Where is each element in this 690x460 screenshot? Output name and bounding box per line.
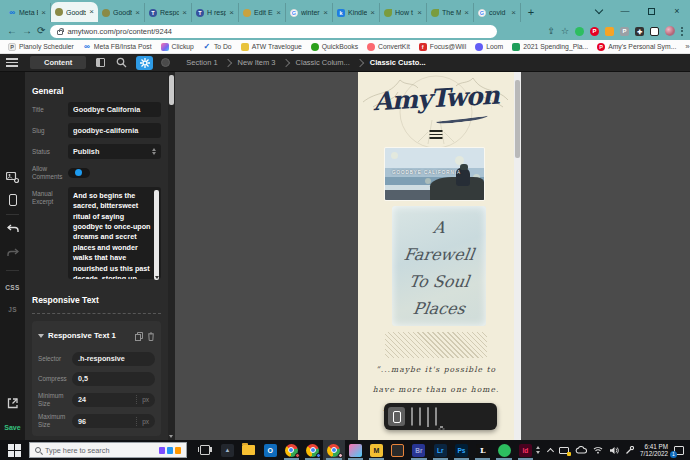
onedrive-cloud-icon[interactable] [575,446,587,454]
undo-icon[interactable] [0,224,25,233]
taskbar-outlook[interactable]: O [260,440,281,460]
content-button[interactable]: Content [30,56,86,69]
css-editor-button[interactable]: CSS [0,284,25,291]
min-size-input[interactable]: 24px [72,393,155,407]
device-phone-button[interactable] [388,407,405,426]
panel-scrollbar[interactable] [168,72,175,440]
bookmark-item[interactable]: ATW Travelogue [241,43,302,51]
hidden-icons-chevron[interactable] [547,447,554,454]
breadcrumb-current[interactable]: Classic Custo... [370,58,426,67]
taskbar-file-explorer[interactable] [238,440,259,460]
allow-comments-toggle[interactable] [68,168,90,178]
minimize-button[interactable]: — [612,0,638,22]
reload-icon[interactable]: ⟳ [37,26,45,36]
collapse-caret-icon[interactable] [38,334,44,338]
taskbar-lightroom[interactable]: Lr [430,440,451,460]
taskbar-clock[interactable]: 6:41 PM 7/12/2022 [640,443,668,458]
browser-tab[interactable]: G covid × [474,3,521,22]
bookmark-item[interactable]: ∞Meta FB/Insta Post [83,43,152,51]
breadcrumb-item[interactable]: New Item 3 [238,58,276,67]
taskbar-app-photo[interactable]: ▲ [217,440,238,460]
taskbar-app-m[interactable]: M [366,440,387,460]
volume-icon[interactable] [609,446,619,455]
pen-tool-tray-icon[interactable] [625,446,634,455]
share-icon[interactable]: ⇪ [547,27,555,36]
app-menu-icon[interactable] [6,58,18,67]
tab-search-icon[interactable] [586,0,612,22]
bookmark-item[interactable]: Loom [475,43,503,51]
media-settings-icon[interactable] [0,172,25,183]
selector-input[interactable]: .h-responsive [72,352,155,366]
slug-input[interactable] [68,123,161,138]
breadcrumb-column[interactable]: Classic Colum... [296,58,350,67]
back-icon[interactable]: ← [7,26,17,36]
delete-trash-icon[interactable] [147,327,155,345]
compress-input[interactable]: 0,5 [72,372,155,386]
bookmark-item[interactable]: fFocus@Will [419,43,466,51]
device-desktop-button[interactable] [435,408,437,426]
taskbar-chrome-1[interactable] [281,440,302,460]
scroll-down-icon[interactable] [169,435,173,438]
tab-close-icon[interactable]: × [464,9,469,17]
tab-close-icon[interactable]: × [323,9,328,17]
browser-tab[interactable]: G winter × [286,3,333,22]
inactive-gear-icon[interactable] [161,58,170,67]
tab-close-icon[interactable]: × [511,9,516,17]
bookmark-item[interactable]: PAmy's Personal Sym... [597,43,676,51]
square-extension-icon[interactable] [650,27,659,36]
settings-gear-button[interactable] [136,56,153,70]
tab-close-icon[interactable]: × [182,9,187,17]
export-icon[interactable] [0,398,25,409]
taskbar-app-green[interactable] [493,440,514,460]
tab-close-icon[interactable]: × [370,9,375,17]
device-tablet-button[interactable] [419,408,421,426]
duplicate-icon[interactable] [135,327,143,345]
search-icon[interactable] [115,56,128,69]
scrollbar-thumb[interactable] [169,75,174,105]
taskbar-chrome-2[interactable] [302,440,323,460]
bookmarks-overflow-icon[interactable]: » [685,42,689,51]
address-bar[interactable]: amytwon.com/pro/content/9244 [50,25,497,38]
bookmark-item[interactable]: PPlanoly Scheduler [8,43,74,51]
display-tray-icon[interactable] [559,447,569,454]
evernote-extension-icon[interactable] [575,27,584,36]
forward-icon[interactable]: → [22,26,32,36]
max-size-input[interactable]: 96px [72,414,155,428]
taskbar-scroll-icons[interactable] [536,446,540,454]
layout-panel-icon[interactable] [94,56,107,69]
windows-search-box[interactable]: Type here to search [29,442,187,458]
device-laptop-button[interactable] [427,408,429,426]
tab-close-icon[interactable]: × [135,9,140,17]
bookmark-item[interactable]: Clickup [161,43,194,51]
extensions-puzzle-icon[interactable]: ✚ [635,27,644,36]
browser-tab[interactable]: T H resp × [192,3,239,22]
tab-close-icon[interactable]: × [41,9,46,17]
manual-excerpt-textarea[interactable]: And so begins the sacred, bittersweet ri… [68,187,161,279]
title-input[interactable] [68,102,161,117]
browser-tab[interactable]: ∞ Meta E × [4,3,51,22]
browser-menu-icon[interactable] [681,27,683,36]
browser-tab[interactable]: T Respo × [145,3,192,22]
browser-tab[interactable]: The M × [427,3,474,22]
bookmark-item[interactable]: 2021 Spending_Pla... [512,43,588,51]
taskbar-clickup[interactable] [345,440,366,460]
browser-tab[interactable]: k Kindle × [333,3,380,22]
bookmark-item[interactable]: ✓To Do [203,43,232,51]
pinterest-extension-icon[interactable]: P [590,27,599,36]
breadcrumb-section[interactable]: Section 1 [186,58,217,67]
task-view-button[interactable] [193,440,217,460]
taskbar-chrome-active[interactable] [323,440,344,460]
taskbar-app-l[interactable]: L [472,440,493,460]
browser-tab[interactable]: Edit E × [239,3,286,22]
mobile-menu-icon[interactable] [430,130,443,139]
redo-icon[interactable] [0,248,25,257]
preview-scrollbar[interactable] [514,72,521,440]
browser-tab[interactable]: Goodb × [98,3,145,22]
bookmark-star-icon[interactable]: ☆ [561,27,569,36]
taskbar-app-orange[interactable] [387,440,408,460]
tab-close-icon[interactable]: × [89,8,94,16]
taskbar-bridge[interactable]: Br [408,440,429,460]
close-button[interactable]: × [664,0,690,22]
notification-center-icon[interactable]: 1 [674,446,684,455]
taskbar-photoshop[interactable]: Ps [451,440,472,460]
